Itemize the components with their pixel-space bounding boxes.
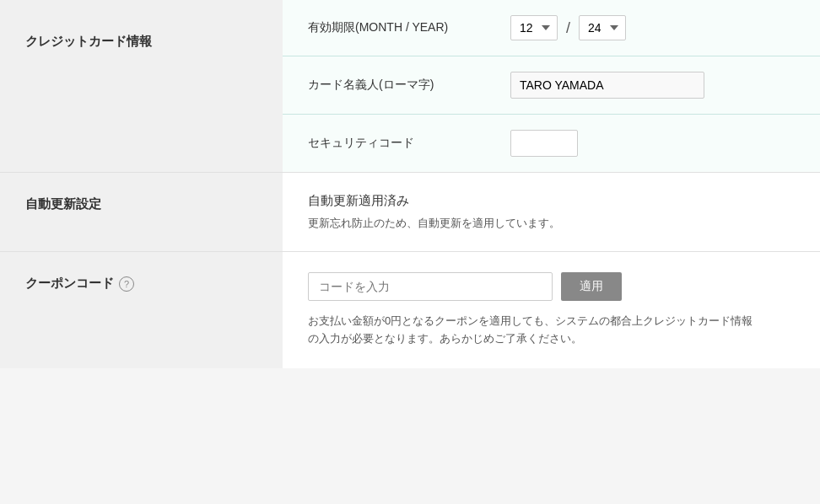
expiry-row: 有効期限(MONTH / YEAR) 12 01 02 03 04 05 06 … [283, 0, 820, 56]
coupon-label: クーポンコード ? [0, 252, 283, 368]
cardholder-input[interactable] [510, 72, 704, 99]
cardholder-label: カード名義人(ローマ字) [308, 78, 510, 93]
auto-renewal-description: 更新忘れ防止のため、自動更新を適用しています。 [308, 216, 795, 231]
security-code-input[interactable] [510, 130, 578, 157]
auto-renewal-body: 自動更新適用済み 更新忘れ防止のため、自動更新を適用しています。 [283, 173, 820, 251]
security-input-area [510, 130, 578, 157]
expiry-label: 有効期限(MONTH / YEAR) [308, 20, 510, 35]
credit-card-section: クレジットカード情報 有効期限(MONTH / YEAR) 12 01 02 0… [0, 0, 820, 173]
security-label: セキュリティコード [308, 136, 510, 151]
coupon-help-icon[interactable]: ? [119, 276, 134, 292]
coupon-note: お支払い金額が0円となるクーポンを適用しても、システムの都合上クレジットカード情… [308, 313, 755, 348]
coupon-section: クーポンコード ? 適用 お支払い金額が0円となるクーポンを適用しても、システム… [0, 252, 820, 368]
coupon-content: 適用 お支払い金額が0円となるクーポンを適用しても、システムの都合上クレジットカ… [283, 252, 820, 368]
auto-renewal-content: 自動更新適用済み 更新忘れ防止のため、自動更新を適用しています。 [283, 173, 820, 251]
expiry-inputs: 12 01 02 03 04 05 06 07 08 09 10 11 / [510, 15, 626, 40]
slash-separator: / [566, 19, 570, 37]
cardholder-row: カード名義人(ローマ字) [283, 56, 820, 115]
expiry-month-select[interactable]: 12 01 02 03 04 05 06 07 08 09 10 11 [510, 15, 558, 40]
credit-card-label: クレジットカード情報 [0, 0, 283, 172]
auto-renewal-section: 自動更新設定 自動更新適用済み 更新忘れ防止のため、自動更新を適用しています。 [0, 173, 820, 252]
auto-renewal-title: 自動更新適用済み [308, 193, 795, 209]
cardholder-input-area [510, 72, 704, 99]
coupon-input-row: 適用 [308, 272, 795, 301]
expiry-year-select[interactable]: 24 25 26 27 28 29 30 [579, 15, 626, 40]
credit-card-content: 有効期限(MONTH / YEAR) 12 01 02 03 04 05 06 … [283, 0, 820, 172]
auto-renewal-label: 自動更新設定 [0, 173, 283, 251]
coupon-code-input[interactable] [308, 272, 553, 301]
apply-button[interactable]: 適用 [561, 272, 622, 301]
coupon-body: 適用 お支払い金額が0円となるクーポンを適用しても、システムの都合上クレジットカ… [283, 252, 820, 368]
security-row: セキュリティコード [283, 115, 820, 172]
coupon-label-group: クーポンコード ? [25, 276, 134, 292]
page-container: クレジットカード情報 有効期限(MONTH / YEAR) 12 01 02 0… [0, 0, 820, 504]
